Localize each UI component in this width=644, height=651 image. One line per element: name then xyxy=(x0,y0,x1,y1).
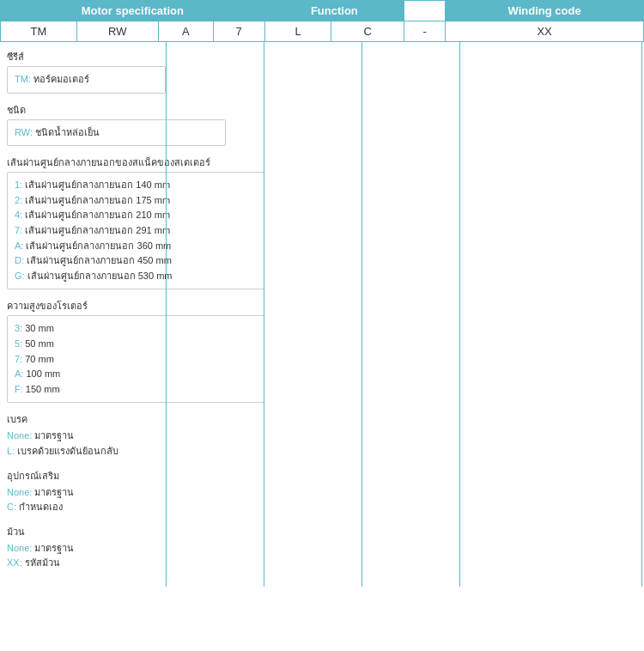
sub-A: A xyxy=(158,21,213,42)
accessory-desc-1: กำหนดเอง xyxy=(19,502,63,512)
winding-code-0: None: xyxy=(7,543,32,553)
accessory-item-1: C: กำหนดเอง xyxy=(7,500,637,515)
sub-XX: XX xyxy=(446,21,644,42)
series-code-0: TM: xyxy=(15,74,31,84)
stator-od-item-4: A: เส้นผ่านศูนย์กลางภายนอก 360 mm xyxy=(15,239,257,254)
accessory-section: อุปกรณ์เสริม None: มาตรฐาน C: กำหนดเอง xyxy=(7,468,637,515)
sub-7: 7 xyxy=(213,21,264,42)
brake-section: เบรค None: มาตรฐาน L: เบรคด้วยแรงดันย้อน… xyxy=(7,411,637,459)
rotor-height-box: 3: 30 mm 5: 50 mm 7: 70 mm A: 100 mm xyxy=(7,315,264,403)
type-desc-0: ชนิดน้ำหล่อเย็น xyxy=(35,127,100,137)
stator-od-code-5: D: xyxy=(15,255,24,265)
stator-od-desc-1: เส้นผ่านศูนย์กลางภายนอก 175 mm xyxy=(25,195,170,205)
brake-items: None: มาตรฐาน L: เบรคด้วยแรงดันย้อนกลับ xyxy=(7,429,637,459)
sub-TM: TM xyxy=(1,21,77,42)
stator-od-code-1: 2: xyxy=(15,195,22,205)
rotor-desc-3: 100 mm xyxy=(26,368,60,379)
type-box: RW: ชนิดน้ำหล่อเย็น xyxy=(7,119,226,147)
brake-code-1: L: xyxy=(7,446,15,456)
header-table: Motor specification Function Winding cod… xyxy=(0,0,644,42)
stator-od-desc-5: เส้นผ่านศูนย์กลางภายนอก 450 mm xyxy=(27,255,172,265)
accessory-item-0: None: มาตรฐาน xyxy=(7,485,637,501)
rotor-code-0: 3: xyxy=(15,323,22,333)
brake-title: เบรค xyxy=(7,411,637,427)
winding-title: ม้วน xyxy=(7,524,637,539)
sub-RW: RW xyxy=(76,21,158,42)
stator-od-section: เส้นผ่านศูนย์กลางภายนอกของสแน็คของสเตเตอ… xyxy=(7,155,637,289)
stator-od-code-0: 1: xyxy=(15,179,22,190)
rotor-height-title: ความสูงของโรเตอร์ xyxy=(7,298,637,313)
stator-od-title: เส้นผ่านศูนย์กลางภายนอกของสแน็คของสเตเตอ… xyxy=(7,155,637,170)
rotor-desc-1: 50 mm xyxy=(25,338,54,349)
rotor-height-section: ความสูงของโรเตอร์ 3: 30 mm 5: 50 mm 7: 7… xyxy=(7,298,637,403)
rotor-code-2: 7: xyxy=(15,354,22,364)
stator-od-code-6: G: xyxy=(15,271,25,281)
series-title: ซีรีส์ xyxy=(7,49,637,64)
winding-section: ม้วน None: มาตรฐาน XX: รหัสม้วน xyxy=(7,524,637,571)
rotor-item-3: A: 100 mm xyxy=(15,367,257,382)
rotor-code-1: 5: xyxy=(15,338,22,349)
empty-header xyxy=(404,1,446,21)
stator-od-item-5: D: เส้นผ่านศูนย์กลางภายนอก 450 mm xyxy=(15,253,257,269)
stator-od-code-2: 4: xyxy=(15,210,22,220)
type-code-0: RW: xyxy=(15,127,33,137)
type-section: ชนิด RW: ชนิดน้ำหล่อเย็น xyxy=(7,102,637,147)
stator-od-item-3: 7: เส้นผ่านศูนย์กลางภายนอก 291 mm xyxy=(15,223,257,239)
winding-code-1: XX: xyxy=(7,557,22,568)
stator-od-desc-4: เส้นผ่านศูนย์กลางภายนอก 360 mm xyxy=(26,240,171,251)
stator-od-code-4: A: xyxy=(15,240,23,251)
winding-desc-1: รหัสม้วน xyxy=(25,557,60,568)
brake-item-0: None: มาตรฐาน xyxy=(7,429,637,444)
stator-od-item-6: G: เส้นผ่านศูนย์กลางภายนอก 530 mm xyxy=(15,269,257,284)
stator-od-box: 1: เส้นผ่านศูนย์กลางภายนอก 140 mm 2: เส้… xyxy=(7,172,264,289)
rotor-desc-4: 150 mm xyxy=(26,384,60,394)
winding-desc-0: มาตรฐาน xyxy=(34,543,74,553)
rotor-code-4: F: xyxy=(15,384,23,394)
stator-od-desc-6: เส้นผ่านศูนย์กลางภายนอก 530 mm xyxy=(27,271,173,281)
rotor-item-0: 3: 30 mm xyxy=(15,321,257,337)
series-box: TM: ทอร์คมอเตอร์ xyxy=(7,66,166,94)
main-content: ซีรีส์ TM: ทอร์คมอเตอร์ ชนิด RW: ชนิดน้ำ… xyxy=(0,42,644,587)
sections-container: ซีรีส์ TM: ทอร์คมอเตอร์ ชนิด RW: ชนิดน้ำ… xyxy=(0,42,644,587)
winding-items: None: มาตรฐาน XX: รหัสม้วน xyxy=(7,541,637,571)
function-header: Function xyxy=(264,1,404,21)
sub-L: L xyxy=(264,21,331,42)
motor-spec-header: Motor specification xyxy=(1,1,265,21)
series-item-0: TM: ทอร์คมอเตอร์ xyxy=(15,72,158,88)
winding-item-1: XX: รหัสม้วน xyxy=(7,556,637,571)
accessory-title: อุปกรณ์เสริม xyxy=(7,468,637,484)
series-desc-0: ทอร์คมอเตอร์ xyxy=(33,74,89,84)
rotor-desc-2: 70 mm xyxy=(25,354,54,364)
accessory-desc-0: มาตรฐาน xyxy=(34,487,74,497)
rotor-item-4: F: 150 mm xyxy=(15,382,257,398)
stator-od-item-0: 1: เส้นผ่านศูนย์กลางภายนอก 140 mm xyxy=(15,178,257,193)
stator-od-desc-0: เส้นผ่านศูนย์กลางภายนอก 140 mm xyxy=(25,179,170,190)
sub-C: C xyxy=(331,21,404,42)
winding-code-header: Winding code xyxy=(446,1,644,21)
type-title: ชนิด xyxy=(7,102,637,118)
accessory-code-1: C: xyxy=(7,502,16,512)
rotor-code-3: A: xyxy=(15,368,23,379)
accessory-code-0: None: xyxy=(7,487,32,497)
stator-od-desc-3: เส้นผ่านศูนย์กลางภายนอก 291 mm xyxy=(25,225,170,235)
page-container: Motor specification Function Winding cod… xyxy=(0,0,644,587)
rotor-desc-0: 30 mm xyxy=(25,323,54,333)
accessory-items: None: มาตรฐาน C: กำหนดเอง xyxy=(7,485,637,515)
brake-code-0: None: xyxy=(7,430,32,441)
sub-dash: - xyxy=(404,21,446,42)
winding-item-0: None: มาตรฐาน xyxy=(7,541,637,557)
brake-desc-0: มาตรฐาน xyxy=(34,430,74,441)
brake-item-1: L: เบรคด้วยแรงดันย้อนกลับ xyxy=(7,444,637,459)
type-item-0: RW: ชนิดน้ำหล่อเย็น xyxy=(15,125,218,141)
brake-desc-1: เบรคด้วยแรงดันย้อนกลับ xyxy=(17,446,118,456)
rotor-item-1: 5: 50 mm xyxy=(15,337,257,352)
stator-od-desc-2: เส้นผ่านศูนย์กลางภายนอก 210 mm xyxy=(25,210,170,220)
series-section: ซีรีส์ TM: ทอร์คมอเตอร์ xyxy=(7,49,637,94)
stator-od-item-1: 2: เส้นผ่านศูนย์กลางภายนอก 175 mm xyxy=(15,193,257,209)
rotor-item-2: 7: 70 mm xyxy=(15,352,257,368)
stator-od-item-2: 4: เส้นผ่านศูนย์กลางภายนอก 210 mm xyxy=(15,208,257,223)
stator-od-code-3: 7: xyxy=(15,225,22,235)
